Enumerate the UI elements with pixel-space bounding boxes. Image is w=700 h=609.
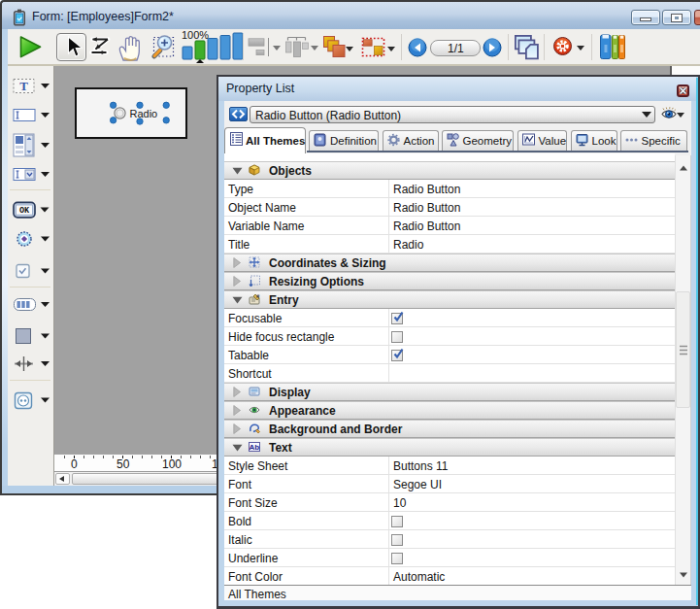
svg-text:T: T <box>19 79 28 93</box>
svg-text:Ab: Ab <box>249 443 259 452</box>
svg-text:OK: OK <box>19 206 30 216</box>
